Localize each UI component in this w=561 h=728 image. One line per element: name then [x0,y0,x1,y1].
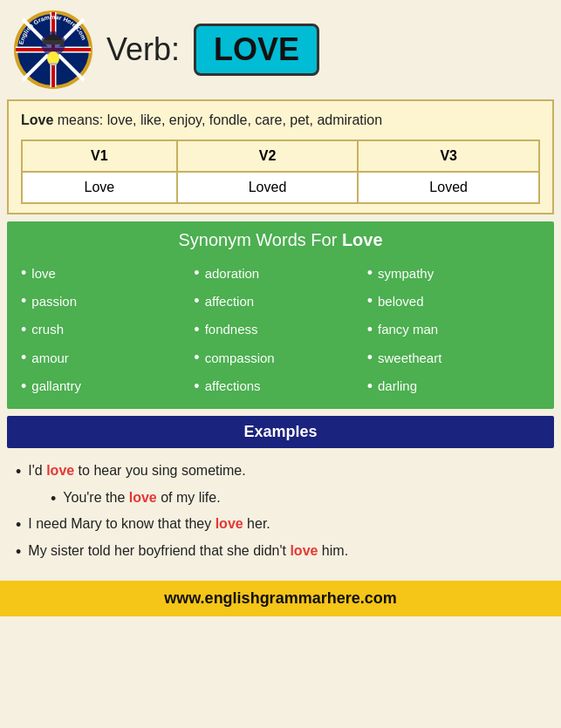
col-header-v3: V3 [358,140,539,172]
synonym-title-normal: Synonym Words For [178,230,341,249]
svg-rect-12 [50,63,57,65]
list-item: affection [194,287,366,315]
ex2-red: love [216,516,243,531]
conj-v2: Loved [177,172,359,203]
list-item: sympathy [367,259,540,287]
definition-rest: means: love, like, enjoy, fondle, care, … [53,112,382,127]
footer: www.englishgrammarhere.com [0,581,561,616]
list-item: sweetheart [367,344,540,371]
ex3-before: My sister told her boyfriend that she di… [28,543,290,558]
ex1-red: love [129,490,157,505]
list-item: gallantry [21,372,194,400]
example-item: My sister told her boyfriend that she di… [16,539,545,566]
footer-url: www.englishgrammarhere.com [164,589,396,607]
ex1-before: You're the [63,490,128,505]
synonym-col-2: adoration affection fondness compassion … [194,259,366,400]
conj-v3: Loved [358,172,539,203]
ex1-after: of my life. [157,490,221,505]
example-text: My sister told her boyfriend that she di… [28,539,348,562]
list-item: affections [194,372,366,400]
synonym-title-bold: Love [342,230,383,249]
example-item: I need Mary to know that they love her. [16,512,545,539]
logo: English Grammar Here.Com [14,10,92,89]
conjugation-table: V1 V2 V3 Love Loved Loved [21,139,540,204]
definition-text: Love means: love, like, enjoy, fondle, c… [21,110,540,131]
synonym-title: Synonym Words For Love [21,230,540,250]
col-header-v1: V1 [22,140,177,172]
example-item: You're the love of my life. [16,486,545,513]
word-box: LOVE [194,24,319,76]
main-word: LOVE [214,31,299,67]
synonym-columns: love passion crush amour gallantry adora… [21,259,540,400]
ex2-after: her. [243,516,270,531]
definition-section: Love means: love, like, enjoy, fondle, c… [7,99,554,214]
example-text: I need Mary to know that they love her. [28,512,270,535]
svg-rect-10 [62,40,64,47]
conj-v1: Love [22,172,177,203]
ex0-red: love [46,463,74,478]
definition-bold: Love [21,112,53,127]
ex2-before: I need Mary to know that they [28,516,215,531]
ex0-before: I'd [28,463,46,478]
examples-title: Examples [7,416,554,448]
ex3-red: love [290,543,318,558]
svg-rect-8 [43,40,64,44]
list-item: passion [21,287,194,315]
examples-list: I'd love to hear you sing sometime. You'… [7,459,554,565]
list-item: crush [21,316,194,344]
examples-section: Examples I'd love to hear you sing somet… [7,416,554,574]
list-item: fondness [194,316,366,344]
ex3-after: him. [318,543,348,558]
list-item: compassion [194,344,366,371]
list-item: darling [367,372,540,400]
list-item: fancy man [367,316,540,344]
example-item: I'd love to hear you sing sometime. [16,459,545,486]
header: English Grammar Here.Com Verb: LOVE [0,0,561,99]
list-item: amour [21,344,194,371]
example-text: You're the love of my life. [63,486,220,509]
synonym-col-3: sympathy beloved fancy man sweetheart da… [367,259,540,400]
synonym-section: Synonym Words For Love love passion crus… [7,221,554,409]
example-text: I'd love to hear you sing sometime. [28,459,245,482]
list-item: love [21,259,194,287]
synonym-col-1: love passion crush amour gallantry [21,259,194,400]
verb-label: Verb: [106,31,180,68]
list-item: beloved [367,287,540,315]
col-header-v2: V2 [177,140,359,172]
list-item: adoration [194,259,366,287]
ex0-after: to hear you sing sometime. [74,463,246,478]
